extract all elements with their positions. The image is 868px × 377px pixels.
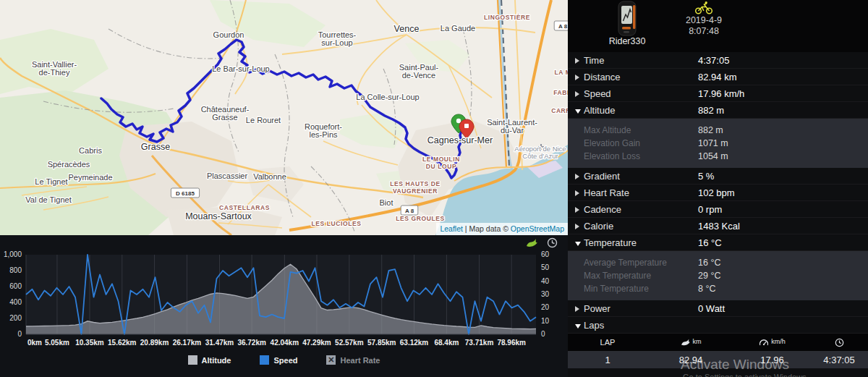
- stat-label: Laps: [584, 320, 698, 331]
- map-label-la-colle-sur-loup: La Colle-sur-Loup: [356, 93, 419, 101]
- stat-details-temperature: Average Temperature16 °CMax Temperature2…: [568, 251, 868, 300]
- stat-label: Power: [584, 303, 698, 314]
- stat-value: 17.96 km/h: [698, 88, 744, 99]
- stat-row-time[interactable]: Time4:37:05: [568, 52, 868, 69]
- map-label-castellaras: CASTELLARAS: [219, 204, 270, 211]
- map-label-vence: Vence: [394, 24, 420, 34]
- laps-table-row[interactable]: 182.9417.964:37:05: [568, 351, 868, 368]
- lap-cell: 82.94: [647, 355, 734, 365]
- map-label-plascassier: Plascassier: [207, 171, 248, 180]
- stat-sublabel: Max Altitude: [584, 125, 698, 135]
- stat-row-gradient[interactable]: Gradient5 %: [568, 168, 868, 185]
- svg-text:30: 30: [541, 290, 550, 298]
- map-label-biot: Biot: [380, 198, 393, 207]
- altitude-swatch: [188, 355, 197, 365]
- map-label-le-bar-sur-loup: Le Bar-sur-Loup: [212, 64, 270, 73]
- svg-text:47.29km: 47.29km: [302, 339, 331, 347]
- road-shield-a-8: A 8: [401, 206, 418, 215]
- laps-table-header: LAPkmkm/h: [568, 334, 868, 351]
- chevron-down-icon: [575, 318, 584, 331]
- svg-text:40: 40: [541, 277, 550, 285]
- map-label-grasse: Grasse: [141, 142, 170, 152]
- stat-value: 1483 Kcal: [698, 221, 740, 232]
- stat-sublabel: Average Temperature: [584, 258, 698, 268]
- svg-text:63.12km: 63.12km: [400, 339, 429, 347]
- distance-axis-toggle-icon[interactable]: [526, 237, 538, 248]
- map-label-cabris: Cabris: [79, 146, 102, 155]
- svg-text:31.47km: 31.47km: [205, 339, 234, 347]
- stat-sublabel: Elevation Gain: [584, 138, 698, 148]
- laps-col-distance: km: [647, 338, 734, 347]
- map-attribution: Leaflet | Map data © OpenStreetMap: [436, 223, 568, 235]
- stat-row-cadence[interactable]: Cadence0 rpm: [568, 201, 868, 218]
- map-label-les-groules: LES GROULES: [396, 215, 445, 222]
- stat-label: Speed: [584, 88, 698, 99]
- stat-row-distance[interactable]: Distance82.94 km: [568, 69, 868, 85]
- legend-item-altitude[interactable]: Altitude: [188, 355, 231, 365]
- stat-value: 5 %: [698, 171, 714, 182]
- chevron-right-icon: [575, 54, 584, 67]
- ride-meta: 2019-4-9 8:07:48: [671, 1, 737, 37]
- stat-subrow-max-temperature: Max Temperature29 °C: [568, 269, 868, 282]
- road-shield-d-6185: D 6185: [171, 188, 199, 198]
- stat-sublabel: Elevation Loss: [584, 151, 698, 161]
- stat-subrow-min-temperature: Min Temperature8 °C: [568, 282, 868, 295]
- stat-subvalue: 1071 m: [698, 138, 728, 148]
- stat-value: 0 rpm: [698, 204, 722, 215]
- map-label-cagnes-sur-mer: Cagnes-sur-Mer: [427, 135, 493, 145]
- panel-header: Rider330 2019-4-9 8:07:48: [568, 0, 868, 53]
- svg-text:26.17km: 26.17km: [173, 339, 202, 347]
- openstreetmap-link[interactable]: OpenStreetMap: [511, 224, 564, 233]
- laps-table: LAPkmkm/h182.9417.964:37:05: [568, 334, 868, 368]
- svg-text:15.62km: 15.62km: [108, 339, 137, 347]
- stat-sublabel: Max Temperature: [584, 271, 698, 281]
- map-label-la-gaude: La Gaude: [441, 24, 475, 33]
- map-canvas: A 8D 6185A 8 Saint-Vallier-de-ThieyGourd…: [0, 0, 568, 235]
- svg-text:50: 50: [541, 263, 550, 271]
- stat-row-heart-rate[interactable]: Heart Rate102 bpm: [568, 185, 868, 201]
- stat-value: 102 bpm: [698, 187, 735, 198]
- stat-row-power[interactable]: Power0 Watt: [568, 300, 868, 317]
- laps-col-time: [810, 338, 868, 347]
- svg-text:20: 20: [541, 303, 550, 311]
- device-name: Rider330: [592, 36, 662, 46]
- leaflet-link[interactable]: Leaflet: [440, 224, 463, 233]
- stat-row-laps[interactable]: Laps: [568, 317, 868, 334]
- stat-subrow-average-temperature: Average Temperature16 °C: [568, 256, 868, 269]
- route-map[interactable]: A 8D 6185A 8 Saint-Vallier-de-ThieyGourd…: [0, 0, 568, 235]
- stat-row-altitude[interactable]: Altitude882 m: [568, 102, 868, 119]
- stat-row-calorie[interactable]: Calorie1483 Kcal: [568, 218, 868, 234]
- map-label-les-lucioles: LES LUCIOLES: [311, 220, 361, 227]
- chevron-right-icon: [575, 219, 584, 232]
- activity-summary-panel: Rider330 2019-4-9 8:07:48 Time4:37:05Dis…: [568, 0, 868, 377]
- chevron-right-icon: [575, 203, 584, 216]
- chevron-right-icon: [575, 70, 584, 83]
- svg-text:400: 400: [9, 298, 22, 306]
- activity-date: 2019-4-9: [686, 15, 722, 25]
- laps-col-speed: km/h: [734, 338, 810, 347]
- lap-cell: 17.96: [734, 355, 810, 365]
- stat-subrow-elevation-loss: Elevation Loss1054 m: [568, 150, 868, 163]
- svg-text:36.72km: 36.72km: [237, 339, 266, 347]
- stat-value: 82.94 km: [698, 72, 736, 82]
- svg-text:42.04km: 42.04km: [271, 339, 299, 347]
- stat-value: 4:37:05: [698, 55, 729, 66]
- map-label-peymeinade: Peymeinade: [68, 173, 112, 182]
- stat-row-temperature[interactable]: Temperature16 °C: [568, 234, 868, 251]
- stat-details-altitude: Max Altitude882 mElevation Gain1071 mEle…: [568, 119, 868, 168]
- stat-subvalue: 16 °C: [698, 258, 720, 268]
- map-label-val-de-tignet: Val de Tignet: [25, 195, 71, 204]
- svg-text:1,000: 1,000: [4, 250, 22, 258]
- legend-item-speed[interactable]: Speed: [260, 355, 297, 365]
- legend-item-heart-rate[interactable]: ✕Heart Rate: [326, 355, 380, 365]
- heart-rate-disabled-swatch: ✕: [326, 355, 336, 365]
- stat-value: 882 m: [698, 105, 724, 116]
- stat-subvalue: 882 m: [698, 125, 723, 135]
- stat-row-speed[interactable]: Speed17.96 km/h: [568, 85, 868, 102]
- stats-list: Time4:37:05Distance82.94 kmSpeed17.96 km…: [568, 52, 868, 368]
- laps-col-lap: LAP: [568, 338, 647, 347]
- bike-computer-image: [613, 1, 642, 41]
- stat-sublabel: Min Temperature: [584, 284, 698, 294]
- stat-label: Distance: [584, 72, 698, 82]
- time-axis-toggle-icon[interactable]: [547, 237, 558, 248]
